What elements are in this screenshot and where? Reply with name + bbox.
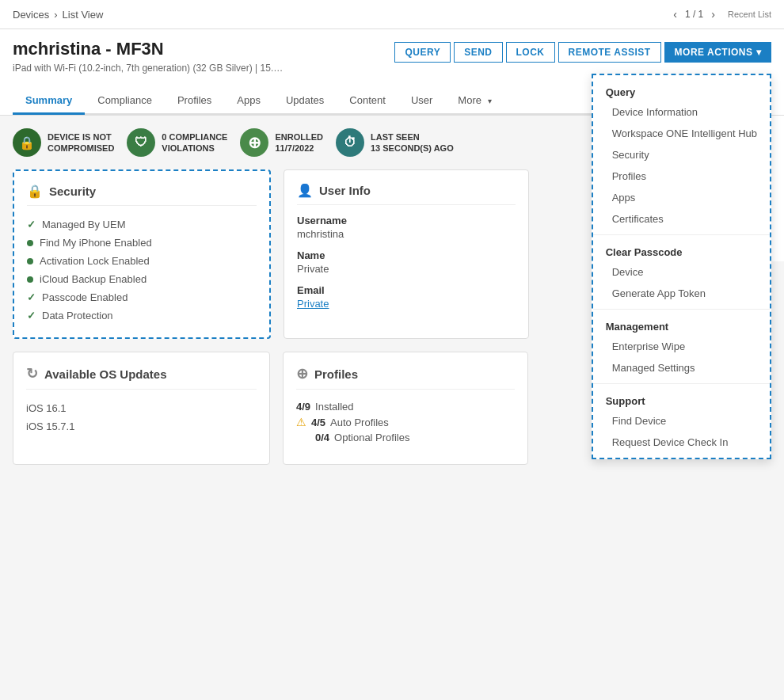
profiles-card: ⊕ Profiles 4/9 Installed ⚠ 4/5 Auto Prof… xyxy=(283,352,528,465)
tab-updates[interactable]: Updates xyxy=(273,88,337,115)
breadcrumb-list-view[interactable]: List View xyxy=(63,9,104,21)
dot-icon xyxy=(27,240,33,246)
check-icon: ✓ xyxy=(27,219,36,230)
dropdown-menu: Query Device Information Workspace ONE I… xyxy=(592,74,771,459)
tab-content[interactable]: Content xyxy=(337,88,398,115)
profiles-icon: ⊕ xyxy=(296,365,308,382)
lock-button[interactable]: LOCK xyxy=(506,42,555,63)
enrolled-text: ENROLLED11/7/2022 xyxy=(275,131,323,154)
dropdown-find-device[interactable]: Find Device xyxy=(593,410,770,432)
breadcrumb-devices[interactable]: Devices xyxy=(13,9,49,21)
security-item-activation-lock: Activation Lock Enabled xyxy=(27,252,257,270)
dropdown-device[interactable]: Device xyxy=(593,261,770,283)
user-info-card: 👤 User Info Username mchristina Name Pri… xyxy=(284,169,529,339)
dropdown-profiles[interactable]: Profiles xyxy=(593,165,770,187)
dot-icon xyxy=(27,258,33,264)
tab-user[interactable]: User xyxy=(398,88,445,115)
dropdown-query-section: Query Device Information Workspace ONE I… xyxy=(593,75,770,235)
dropdown-clear-passcode-section: Clear Passcode Device Generate App Token xyxy=(593,235,770,310)
page-indicator: 1 / 1 xyxy=(685,9,703,20)
more-actions-button[interactable]: MORE ACTIONS ▾ xyxy=(664,42,771,63)
device-title: mchristina - MF3N xyxy=(13,39,283,59)
os-updates-title: ↻ Available OS Updates xyxy=(26,365,257,390)
tab-profiles[interactable]: Profiles xyxy=(165,88,224,115)
next-page-button[interactable]: › xyxy=(708,6,718,22)
security-item-icloud: iCloud Backup Enabled xyxy=(27,270,257,288)
compromised-text: DEVICE IS NOTCOMPROMISED xyxy=(48,131,114,154)
os-updates-card: ↻ Available OS Updates iOS 16.1 iOS 15.7… xyxy=(13,352,270,465)
check-icon: ✓ xyxy=(27,291,36,303)
profiles-stats: 4/9 Installed ⚠ 4/5 Auto Profiles 0/4 Op… xyxy=(296,399,515,445)
optional-profiles-stat: 0/4 Optional Profiles xyxy=(296,430,515,445)
name-value: Private xyxy=(297,263,516,275)
breadcrumb: Devices › List View xyxy=(13,9,103,21)
lock-icon: 🔒 xyxy=(13,128,41,157)
dropdown-management-section: Management Enterprise Wipe Managed Setti… xyxy=(593,310,770,384)
security-list: ✓ Managed By UEM Find My iPhone Enabled … xyxy=(27,215,257,325)
send-button[interactable]: SEND xyxy=(454,42,502,63)
enrolled-icon: ⊕ xyxy=(240,128,268,157)
more-chevron-icon: ▾ xyxy=(488,97,492,105)
dropdown-clear-passcode-header: Clear Passcode xyxy=(593,240,770,261)
security-lock-icon: 🔒 xyxy=(27,184,43,199)
dropdown-apps[interactable]: Apps xyxy=(593,187,770,208)
username-section: Username mchristina xyxy=(297,215,516,240)
status-enrolled: ⊕ ENROLLED11/7/2022 xyxy=(240,128,323,157)
dropdown-support-header: Support xyxy=(593,389,770,410)
dropdown-ws1-hub[interactable]: Workspace ONE Intelligent Hub xyxy=(593,123,770,144)
pagination: ‹ 1 / 1 › Recent List xyxy=(670,6,771,22)
user-icon: 👤 xyxy=(297,183,313,198)
dropdown-support-section: Support Find Device Request Device Check… xyxy=(593,384,770,458)
clock-icon: ⏱ xyxy=(336,128,364,157)
security-card-title: 🔒 Security xyxy=(27,184,257,206)
username-label: Username xyxy=(297,215,516,226)
refresh-icon: ↻ xyxy=(26,365,38,382)
warning-icon: ⚠ xyxy=(296,416,306,428)
installed-stat: 4/9 Installed xyxy=(296,399,515,414)
prev-page-button[interactable]: ‹ xyxy=(670,6,680,22)
tab-compliance[interactable]: Compliance xyxy=(85,88,165,115)
os-update-item: iOS 15.7.1 xyxy=(26,417,257,436)
dropdown-managed-settings[interactable]: Managed Settings xyxy=(593,357,770,379)
dropdown-device-information[interactable]: Device Information xyxy=(593,101,770,123)
tab-more[interactable]: More ▾ xyxy=(445,88,504,115)
device-subtitle: iPad with Wi-Fi (10.2-inch, 7th generati… xyxy=(13,63,283,74)
tab-apps[interactable]: Apps xyxy=(224,88,273,115)
dropdown-generate-app-token[interactable]: Generate App Token xyxy=(593,283,770,304)
user-info-card-title: 👤 User Info xyxy=(297,183,516,205)
username-value: mchristina xyxy=(297,228,516,240)
recent-list-label: Recent List xyxy=(728,10,771,19)
security-item-uem: ✓ Managed By UEM xyxy=(27,215,257,234)
name-section: Name Private xyxy=(297,249,516,275)
status-compromised: 🔒 DEVICE IS NOTCOMPROMISED xyxy=(13,128,114,157)
remote-assist-button[interactable]: REMOTE ASSIST xyxy=(558,42,661,63)
status-last-seen: ⏱ LAST SEEN13 SECOND(S) AGO xyxy=(336,128,454,157)
security-item-passcode: ✓ Passcode Enabled xyxy=(27,288,257,306)
dropdown-enterprise-wipe[interactable]: Enterprise Wipe xyxy=(593,336,770,357)
email-link[interactable]: Private xyxy=(297,298,516,310)
status-compliance: 🛡 0 COMPLIANCEVIOLATIONS xyxy=(127,128,227,157)
profiles-card-title: ⊕ Profiles xyxy=(296,365,515,390)
compliance-text: 0 COMPLIANCEVIOLATIONS xyxy=(162,131,227,154)
tab-summary[interactable]: Summary xyxy=(13,88,85,115)
name-label: Name xyxy=(297,249,516,261)
security-item-find-iphone: Find My iPhone Enabled xyxy=(27,234,257,252)
dropdown-certificates[interactable]: Certificates xyxy=(593,208,770,230)
email-label: Email xyxy=(297,284,516,296)
dot-icon xyxy=(27,276,33,283)
last-seen-text: LAST SEEN13 SECOND(S) AGO xyxy=(371,131,454,154)
breadcrumb-sep: › xyxy=(54,9,57,21)
email-section: Email Private xyxy=(297,284,516,310)
query-button[interactable]: QUERY xyxy=(394,42,451,63)
shield-icon: 🛡 xyxy=(127,128,155,157)
auto-profiles-stat: ⚠ 4/5 Auto Profiles xyxy=(296,414,515,430)
security-card: 🔒 Security ✓ Managed By UEM Find My iPho… xyxy=(13,169,271,339)
security-item-data-protection: ✓ Data Protection xyxy=(27,306,257,325)
check-icon: ✓ xyxy=(27,310,36,321)
dropdown-request-check-in[interactable]: Request Device Check In xyxy=(593,432,770,453)
dropdown-security[interactable]: Security xyxy=(593,144,770,165)
chevron-down-icon: ▾ xyxy=(756,47,762,58)
dropdown-management-header: Management xyxy=(593,314,770,336)
os-update-item: iOS 16.1 xyxy=(26,399,257,417)
dropdown-query-header: Query xyxy=(593,80,770,101)
